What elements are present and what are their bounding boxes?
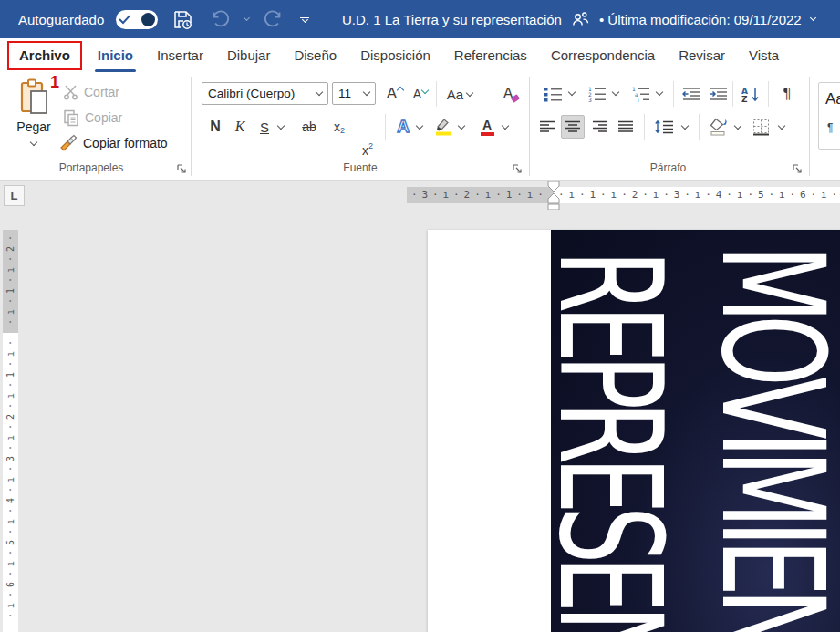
font-family-combo[interactable]: Calibri (Cuerpo) bbox=[202, 82, 328, 105]
title-area: U.D. 1 La Tierra y su representación • Ú… bbox=[342, 0, 815, 38]
numbering-chevron-icon[interactable] bbox=[612, 88, 619, 96]
tab-archivo[interactable]: Archivo bbox=[7, 41, 82, 70]
bullets-button[interactable] bbox=[542, 82, 564, 106]
text-effects-chevron-icon[interactable] bbox=[416, 122, 423, 130]
horizontal-ruler[interactable]: ·ı·1·ı·2·ı·3·ı·4·ı·5·ı·6·ı· bbox=[554, 187, 840, 203]
document-page[interactable]: REPRESENT MOVIMIENT bbox=[428, 230, 840, 632]
show-marks-button[interactable]: ¶ bbox=[777, 82, 797, 106]
highlight-button[interactable] bbox=[431, 115, 455, 139]
grow-font-button[interactable]: A bbox=[383, 82, 407, 106]
font-color-chevron-icon[interactable] bbox=[502, 122, 509, 130]
shading-button[interactable] bbox=[706, 115, 731, 139]
style-gallery-item[interactable]: AaBbCcDd ¶ bbox=[818, 82, 840, 150]
cut-button[interactable]: Cortar bbox=[63, 81, 119, 103]
dialog-launcher-icon bbox=[176, 163, 187, 174]
autosave-toggle[interactable] bbox=[116, 10, 158, 29]
highlight-chevron-icon[interactable] bbox=[458, 122, 465, 130]
underline-button[interactable]: S bbox=[256, 115, 273, 139]
group-divider bbox=[809, 77, 810, 176]
separator bbox=[436, 81, 437, 107]
tab-stop-selector[interactable]: L bbox=[4, 185, 25, 206]
copy-label: Copiar bbox=[85, 110, 122, 125]
multilevel-chevron-icon[interactable] bbox=[656, 88, 663, 96]
align-right-button[interactable] bbox=[589, 115, 611, 139]
subscript-button[interactable]: x2 bbox=[328, 115, 350, 139]
hanging-indent-marker[interactable] bbox=[548, 193, 559, 203]
numbering-button[interactable]: 1 2 3 bbox=[586, 82, 607, 106]
borders-button[interactable] bbox=[748, 115, 773, 139]
tab-correspondencia[interactable]: Correspondencia bbox=[539, 40, 667, 71]
horizontal-ruler-margin[interactable]: ·3·ı·2·ı·1·ı· bbox=[407, 187, 554, 203]
borders-chevron-icon[interactable] bbox=[778, 122, 785, 130]
bold-button[interactable]: N bbox=[206, 115, 224, 139]
align-left-button[interactable] bbox=[536, 115, 558, 139]
superscript-button[interactable]: x2 bbox=[357, 139, 379, 162]
text-effects-button[interactable]: A bbox=[391, 115, 415, 139]
document-title[interactable]: U.D. 1 La Tierra y su representación bbox=[342, 12, 562, 27]
decrease-indent-icon bbox=[682, 87, 701, 101]
strikethrough-button[interactable]: ab bbox=[297, 115, 321, 139]
tab-inicio[interactable]: Inicio bbox=[86, 40, 145, 71]
copy-button[interactable]: Copiar bbox=[63, 107, 122, 129]
clipboard-dialog-launcher[interactable] bbox=[176, 163, 188, 175]
dialog-launcher-icon bbox=[512, 163, 523, 174]
sort-button[interactable]: A Z bbox=[738, 82, 763, 106]
undo-menu-chevron-icon[interactable] bbox=[244, 15, 250, 21]
inserted-image[interactable]: REPRESENT MOVIMIENT bbox=[551, 230, 840, 632]
redo-button[interactable] bbox=[261, 5, 286, 33]
separator bbox=[699, 114, 700, 140]
line-spacing-button[interactable] bbox=[651, 115, 677, 139]
tab-dibujar[interactable]: Dibujar bbox=[215, 40, 283, 71]
numbering-icon: 1 2 3 bbox=[587, 86, 607, 102]
ribbon: Pegar 1 Cortar Copiar Copiar form bbox=[0, 73, 840, 181]
align-center-button[interactable] bbox=[561, 115, 585, 139]
step-annotation: 1 bbox=[50, 73, 59, 92]
align-right-icon bbox=[592, 120, 608, 133]
justify-button[interactable] bbox=[615, 115, 637, 139]
font-size-combo[interactable]: 11 bbox=[332, 82, 376, 105]
tab-vista[interactable]: Vista bbox=[737, 40, 791, 71]
change-case-button[interactable]: Aa bbox=[442, 82, 477, 106]
save-button[interactable] bbox=[170, 5, 195, 33]
italic-button[interactable]: K bbox=[232, 115, 248, 139]
font-dialog-launcher[interactable] bbox=[512, 163, 524, 175]
underline-chevron-icon[interactable] bbox=[277, 122, 285, 130]
tab-revisar[interactable]: Revisar bbox=[667, 40, 737, 71]
decrease-indent-button[interactable] bbox=[679, 82, 703, 106]
format-painter-button[interactable]: Copiar formato bbox=[59, 132, 168, 154]
tab-diseno[interactable]: Diseño bbox=[282, 40, 348, 71]
image-rotated-word-right: MOVIMIENT bbox=[701, 244, 840, 632]
font-size-value: 11 bbox=[338, 87, 351, 100]
customize-quick-access-button[interactable] bbox=[298, 17, 311, 22]
clear-formatting-button[interactable]: A bbox=[495, 82, 521, 106]
vertical-ruler[interactable]: ·ı·1·ı·2·ı·3·ı·4·ı·5·ı·6·ı· bbox=[3, 333, 18, 632]
shrink-font-button[interactable]: A bbox=[410, 82, 431, 106]
quick-access-toolbar: Autoguardado bbox=[18, 0, 311, 38]
undo-button[interactable] bbox=[207, 5, 233, 33]
grow-font-label: A bbox=[387, 85, 397, 103]
dialog-launcher-icon bbox=[792, 163, 803, 174]
increase-indent-button[interactable] bbox=[706, 82, 730, 106]
title-chevron-down-icon[interactable] bbox=[810, 15, 816, 21]
last-modified-label: • Última modificación: 09/11/2022 bbox=[599, 12, 802, 27]
tab-insertar[interactable]: Insertar bbox=[145, 40, 215, 71]
paragraph-dialog-launcher[interactable] bbox=[792, 163, 804, 175]
shading-chevron-icon[interactable] bbox=[734, 122, 741, 130]
borders-icon bbox=[752, 119, 770, 136]
sort-icon: A Z bbox=[741, 86, 761, 103]
separator bbox=[732, 81, 733, 107]
bullets-chevron-icon[interactable] bbox=[568, 88, 576, 96]
font-color-button[interactable]: A bbox=[475, 115, 499, 139]
vertical-ruler-margin[interactable]: ·2·ı·1·ı· bbox=[3, 230, 18, 333]
multilevel-list-button[interactable]: 1 a i bbox=[629, 82, 651, 106]
title-bar: Autoguardado bbox=[0, 0, 840, 38]
tab-referencias[interactable]: Referencias bbox=[442, 40, 539, 71]
tab-disposicion[interactable]: Disposición bbox=[348, 40, 442, 71]
indent-markers[interactable] bbox=[546, 181, 561, 211]
first-line-indent-marker[interactable] bbox=[548, 181, 559, 192]
redo-icon bbox=[264, 9, 284, 29]
people-presence-icon[interactable] bbox=[571, 11, 590, 27]
line-spacing-chevron-icon[interactable] bbox=[681, 122, 689, 130]
autosave-label: Autoguardado bbox=[18, 12, 104, 27]
svg-text:i: i bbox=[638, 97, 639, 103]
